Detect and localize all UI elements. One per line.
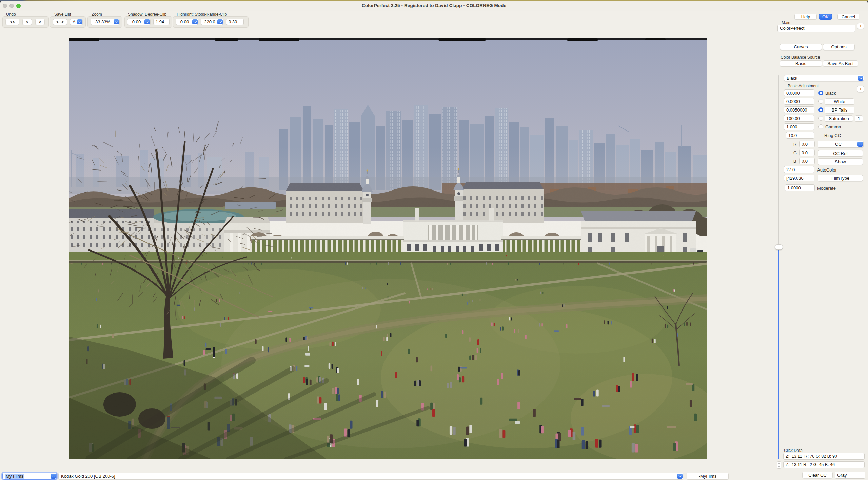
chevron-down-icon — [51, 474, 56, 479]
help-button[interactable]: Help — [794, 14, 817, 20]
close-button[interactable] — [3, 4, 7, 8]
saturation-extra-button[interactable]: 1 — [855, 115, 863, 122]
panel-scrollbar-thumb[interactable] — [775, 244, 783, 250]
options-button[interactable]: Options — [823, 44, 855, 50]
chevron-down-icon — [217, 19, 223, 24]
save-as-best-button[interactable]: Save As Best — [823, 60, 858, 67]
minimize-button[interactable] — [9, 4, 14, 8]
ok-button[interactable]: OK — [819, 14, 832, 20]
black-value-field[interactable]: 0.0000 — [784, 89, 814, 96]
moderate-value-field[interactable]: 1.0000 — [785, 184, 815, 191]
saturation-radio[interactable] — [818, 116, 823, 121]
add-main-button[interactable]: + — [857, 23, 864, 29]
chevron-down-icon — [858, 76, 863, 81]
b-label: B — [793, 159, 796, 164]
film-name-dropdown[interactable]: Kodak Gold 200 [GB 200-6] — [58, 473, 683, 480]
b-value-field[interactable]: 0.0 — [799, 158, 815, 164]
gamma-radio[interactable] — [818, 124, 823, 129]
photo-grain-overlay — [69, 38, 707, 459]
zoom-dropdown[interactable]: 33.33% — [91, 19, 120, 25]
chevron-down-icon — [144, 19, 150, 24]
highlight-stops-dropdown[interactable]: 0.00 — [176, 19, 198, 25]
window-title: ColorPerfect 2.25 - Registered to David … — [362, 3, 506, 8]
g-label: G — [793, 150, 797, 155]
highlight-clip-field[interactable]: 0.30 — [226, 19, 244, 25]
chevron-down-icon — [192, 19, 198, 24]
chevron-down-icon — [677, 474, 683, 479]
white-button[interactable]: White — [825, 98, 854, 105]
click-data-stepper[interactable] — [777, 461, 781, 469]
redo-button[interactable]: > — [35, 19, 45, 25]
gamma-row-label: Gamma — [825, 124, 841, 129]
my-films-selected-text: My Films — [5, 474, 24, 479]
plugin-window: ColorPerfect 2.25 - Registered to David … — [0, 1, 868, 480]
clear-cc-button[interactable]: Clear CC — [802, 472, 833, 478]
saturation-value-field[interactable]: 100.00 — [784, 115, 814, 122]
chevron-down-icon — [114, 19, 119, 24]
colorperfect-app: ColorPerfect 2.25 - Registered to David … — [0, 0, 868, 480]
color-balance-source-label: Color Balance Source — [781, 55, 820, 60]
panel-scrollbar-fill[interactable] — [778, 249, 779, 459]
highlight-group-label: Highlight: Stops-Range-Clip — [177, 12, 227, 17]
savelist-slot-dropdown[interactable]: A — [70, 19, 83, 25]
curves-button[interactable]: Curves — [780, 44, 822, 50]
my-films-dropdown[interactable]: My Films — [2, 473, 57, 480]
chevron-down-icon — [77, 19, 82, 24]
filmtype-value-field[interactable]: [429.036 — [784, 175, 814, 181]
basic-button[interactable]: Basic — [780, 60, 822, 67]
shadow-degree-dropdown[interactable]: 0.00 — [127, 19, 151, 25]
cc-ref-button[interactable]: CC Ref — [818, 150, 863, 157]
moderate-label: Moderate — [817, 186, 836, 191]
savelist-add-button[interactable]: <+> — [53, 19, 67, 25]
saturation-button[interactable]: Saturation — [825, 115, 853, 122]
titlebar: ColorPerfect 2.25 - Registered to David … — [0, 1, 868, 11]
add-adjustment-button[interactable]: + — [857, 86, 864, 92]
click-data-row2[interactable]: Z: 13.11 R: 2 G: 45 B: 46 — [783, 461, 865, 468]
cancel-button[interactable]: Cancel — [837, 14, 859, 20]
g-value-field[interactable]: 0.0 — [799, 149, 815, 156]
undo-all-button[interactable]: << — [5, 19, 19, 25]
undo-group-label: Undo — [6, 12, 16, 17]
r-value-field[interactable]: 0.0 — [799, 141, 815, 147]
click-data-row1[interactable]: Z: 13.11 R: 76 G: 82 B: 90 — [783, 453, 865, 460]
ring-cc-label: Ring CC — [824, 133, 841, 138]
chevron-down-icon — [857, 142, 863, 147]
chevron-down-icon — [778, 465, 780, 467]
highlight-range-dropdown[interactable]: 220.0 — [201, 19, 223, 25]
undo-button[interactable]: < — [22, 19, 32, 25]
bp-tails-radio[interactable] — [818, 107, 823, 112]
gray-field[interactable]: Gray — [835, 472, 865, 479]
bp-tails-value-field[interactable]: 0.0050000 — [784, 106, 814, 113]
bp-tails-button[interactable]: BP Tails — [825, 107, 854, 113]
shadow-group-label: Shadow: Degree-Clip — [128, 12, 166, 17]
panel-scrollbar-track[interactable] — [778, 75, 779, 245]
basic-adjustment-label: Basic Adjustment — [788, 84, 819, 88]
click-data-label: Click Data — [784, 448, 803, 453]
adjustment-mode-dropdown[interactable]: Black — [784, 75, 864, 81]
ring-cc-value-field[interactable]: 10.0 — [786, 132, 814, 139]
white-value-field[interactable]: 0.0000 — [784, 98, 814, 105]
show-button[interactable]: Show — [818, 158, 863, 165]
black-radio[interactable] — [818, 91, 823, 95]
main-label: Main — [782, 20, 790, 25]
autocolor-value-field[interactable]: 27.0 — [784, 166, 814, 173]
savelist-group-label: Save List — [54, 12, 71, 17]
myfilms-button[interactable]: -MyFilms — [687, 473, 729, 480]
filmtype-button[interactable]: FilmType — [818, 175, 863, 181]
gamma-value-field[interactable]: 1.000 — [784, 123, 814, 130]
autocolor-label: AutoColor — [817, 167, 837, 173]
shadow-clip-field[interactable]: 1.94 — [153, 19, 170, 25]
image-canvas[interactable] — [69, 38, 707, 459]
r-label: R — [793, 142, 796, 147]
main-field[interactable]: ColorPerfect — [777, 25, 855, 32]
black-row-label: Black — [825, 91, 836, 96]
cc-dropdown[interactable]: CC — [818, 141, 864, 148]
zoom-group-label: Zoom — [92, 12, 102, 17]
zoom-window-button[interactable] — [16, 4, 21, 8]
white-radio[interactable] — [818, 99, 823, 104]
